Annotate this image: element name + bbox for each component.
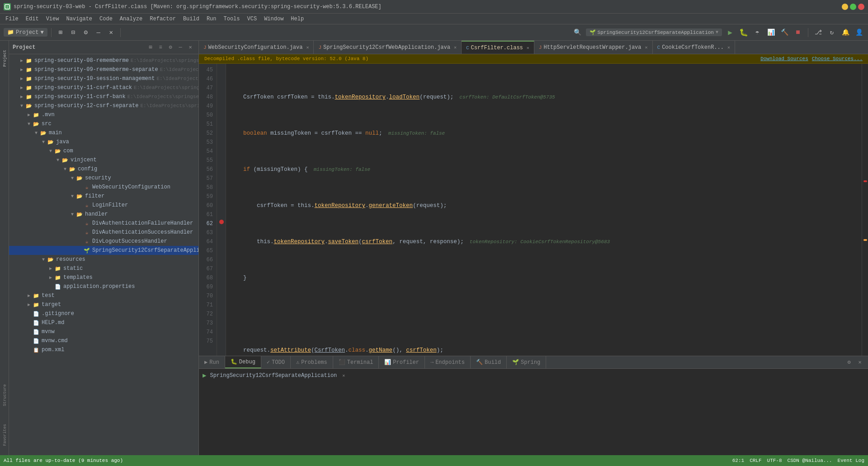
tab-debug[interactable]: 🐛 Debug: [225, 356, 261, 368]
menu-file[interactable]: File: [2, 15, 22, 23]
list-item[interactable]: ☕ WebSecurityConfiguration: [9, 183, 198, 192]
menu-code[interactable]: Code: [96, 15, 116, 23]
line-ending[interactable]: CRLF: [750, 458, 761, 463]
tab-terminal[interactable]: ⬛ Terminal: [333, 356, 379, 368]
list-item[interactable]: ▼ 📂 src: [9, 119, 198, 128]
project-side-tab[interactable]: Project: [0, 41, 9, 76]
list-item[interactable]: 📄 mvnw.cmd: [9, 336, 198, 345]
run-configuration[interactable]: 🌱 SpringSecurity12CsrfSeparateApplicatio…: [586, 28, 722, 36]
list-item[interactable]: 📄 mvnw: [9, 327, 198, 336]
debug-button[interactable]: 🐛: [738, 27, 749, 38]
profile-button[interactable]: 📊: [765, 27, 776, 38]
event-log[interactable]: Event Log: [838, 458, 864, 463]
list-item[interactable]: ☕ DivAuthenticationFailureHandler: [9, 219, 198, 228]
debug-session-item[interactable]: ▶ SpringSecurity12CsrfSeparateApplicatio…: [199, 371, 868, 380]
project-tree[interactable]: ▶ 📁 spring-security-08-rememberme E:\Ide…: [9, 54, 198, 455]
menu-edit[interactable]: Edit: [22, 15, 42, 23]
expand-panel-button[interactable]: ⊞: [146, 43, 155, 52]
charset[interactable]: UTF-8: [767, 458, 782, 463]
list-item[interactable]: ▼ 📂 java: [9, 137, 198, 146]
update-button[interactable]: ↻: [826, 27, 837, 38]
menu-tools[interactable]: Tools: [220, 15, 244, 23]
code-editor[interactable]: 45 46 47 48 49 50 51 52 53 54 55 56 57 5…: [199, 64, 868, 356]
menu-navigate[interactable]: Navigate: [62, 15, 96, 23]
run-button[interactable]: ▶: [725, 27, 736, 38]
session-close-button[interactable]: ✕: [342, 373, 345, 378]
bottom-close-button[interactable]: ✕: [855, 358, 864, 367]
list-item[interactable]: ▼ 📂 vinjcent: [9, 155, 198, 165]
list-item[interactable]: ▶ 📁 spring-security-09-rememberme-separa…: [9, 65, 198, 74]
list-item[interactable]: ▶ 📁 spring-security-11-csrf-attack E:\Id…: [9, 83, 198, 92]
list-item[interactable]: ☕ LoginFilter: [9, 201, 198, 210]
maximize-button[interactable]: [850, 4, 856, 10]
cursor-position[interactable]: 62:1: [732, 458, 744, 463]
tab-close-button[interactable]: ✕: [306, 45, 309, 50]
close-panel-button[interactable]: ✕: [106, 27, 117, 38]
git-button[interactable]: ⎇: [813, 27, 824, 38]
list-item[interactable]: 🌱 SpringSecurity12CsrfSeparateApplicatio…: [9, 246, 198, 255]
list-item[interactable]: 📄 .gitignore: [9, 309, 198, 318]
panel-settings-button[interactable]: ⚙: [166, 43, 175, 52]
bottom-settings-button[interactable]: ⚙: [844, 358, 854, 367]
tab-spring[interactable]: 🌱 Spring: [507, 356, 546, 368]
list-item[interactable]: ▶ 📁 spring-security-10-session-managemen…: [9, 74, 198, 83]
tab-httpservlet[interactable]: J HttpServletRequestWrapper.java ✕: [534, 41, 653, 54]
tab-springsecurity-web[interactable]: J SpringSecurity12CsrfWebApplication.jav…: [314, 41, 462, 54]
download-sources-link[interactable]: Download Sources: [760, 56, 808, 61]
more-button[interactable]: —: [93, 27, 104, 38]
list-item[interactable]: ▶ 📁 target: [9, 300, 198, 309]
menu-vcs[interactable]: VCS: [244, 15, 261, 23]
favorites-side-tab[interactable]: Favorites: [0, 415, 9, 455]
tab-close-button[interactable]: ✕: [454, 45, 457, 50]
list-item[interactable]: ▶ 📁 static: [9, 264, 198, 273]
tab-close-button[interactable]: ✕: [645, 45, 648, 50]
tab-problems[interactable]: ⚠ Problems: [291, 356, 333, 368]
settings-button[interactable]: ⚙: [80, 27, 91, 38]
code-content[interactable]: CsrfToken csrfToken = this.tokenReposito…: [226, 64, 862, 356]
menu-run[interactable]: Run: [203, 15, 220, 23]
list-item[interactable]: ▶ 📁 spring-security-08-rememberme E:\Ide…: [9, 56, 198, 65]
panel-options-button[interactable]: —: [176, 43, 185, 52]
tab-todo[interactable]: ✓ TODO: [261, 356, 291, 368]
structure-side-tab[interactable]: Structure: [0, 375, 9, 415]
list-item[interactable]: ▶ 📁 spring-security-11-csrf-bank E:\Idea…: [9, 92, 198, 101]
project-selector[interactable]: 📁 Project ▼: [4, 28, 47, 37]
list-item[interactable]: 📄 application.properties: [9, 282, 198, 291]
list-item[interactable]: ▼ 📂 config: [9, 165, 198, 174]
collapse-panel-button[interactable]: ≡: [156, 43, 165, 52]
list-item[interactable]: 📋 pom.xml: [9, 345, 198, 354]
menu-analyze[interactable]: Analyze: [116, 15, 146, 23]
expand-all-button[interactable]: ⊞: [55, 27, 66, 38]
tab-close-button[interactable]: ✕: [527, 45, 529, 51]
search-everywhere-button[interactable]: 🔍: [572, 27, 583, 38]
breakpoint-indicator[interactable]: [217, 217, 226, 226]
list-item[interactable]: ▼ 📂 filter: [9, 192, 198, 201]
tab-profiler[interactable]: 📊 Profiler: [379, 356, 425, 368]
menu-help[interactable]: Help: [287, 15, 307, 23]
menu-build[interactable]: Build: [179, 15, 203, 23]
build-button[interactable]: 🔨: [779, 27, 790, 38]
panel-close-button[interactable]: ✕: [186, 43, 195, 52]
close-button[interactable]: [858, 4, 864, 10]
list-item[interactable]: ▼ 📂 main: [9, 128, 198, 137]
list-item[interactable]: ▶ 📁 .mvn: [9, 110, 198, 119]
tab-cookiecsrf[interactable]: C CookieCsrfTokenR... ✕: [653, 41, 735, 54]
list-item[interactable]: ▼ 📂 spring-security-12-csrf-separate E:\…: [9, 101, 198, 110]
menu-refactor[interactable]: Refactor: [146, 15, 179, 23]
notifications-button[interactable]: 🔔: [840, 27, 851, 38]
minimize-button[interactable]: [842, 4, 848, 10]
window-controls[interactable]: [842, 4, 864, 10]
list-item[interactable]: ▼ 📂 security: [9, 174, 198, 183]
choose-sources-link[interactable]: Choose Sources...: [812, 56, 863, 61]
tab-run[interactable]: ▶ Run: [199, 356, 225, 368]
tab-websecurity[interactable]: J WebSecurityConfiguration.java ✕: [199, 41, 314, 54]
list-item[interactable]: ▼ 📂 handler: [9, 210, 198, 219]
list-item[interactable]: ▼ 📂 resources: [9, 255, 198, 264]
list-item[interactable]: ☕ DivAuthenticationSuccessHandler: [9, 228, 198, 237]
tab-close-button[interactable]: ✕: [727, 45, 730, 50]
menu-window[interactable]: Window: [260, 15, 287, 23]
tab-endpoints[interactable]: → Endpoints: [425, 356, 471, 368]
collapse-all-button[interactable]: ⊟: [68, 27, 79, 38]
list-item[interactable]: 📄 HELP.md: [9, 318, 198, 327]
tab-build[interactable]: 🔨 Build: [471, 356, 507, 368]
